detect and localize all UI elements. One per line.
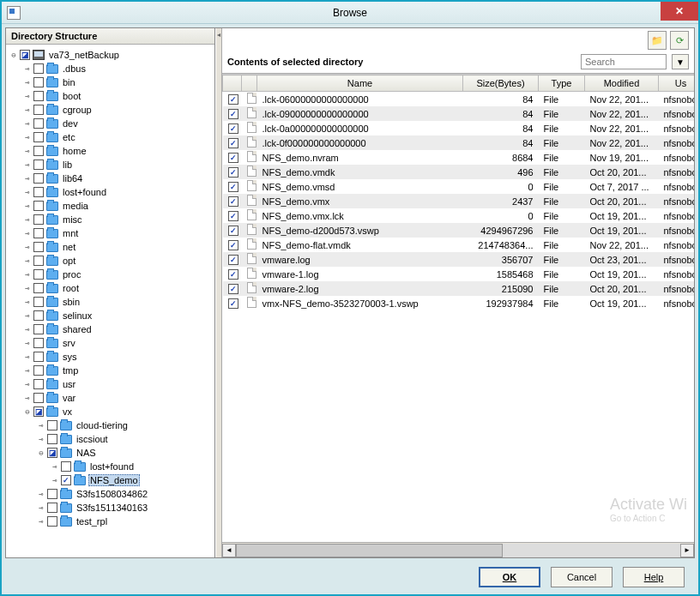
tree-node[interactable]: ⊸sys	[8, 350, 213, 364]
tree-node[interactable]: ⊸S3fs1511340163	[8, 501, 213, 515]
tree-checkbox[interactable]	[33, 297, 44, 307]
tree-node[interactable]: ⊸dev	[8, 117, 213, 130]
tree-toggle[interactable]: ⊸	[23, 339, 32, 347]
col-checkbox[interactable]	[223, 75, 242, 92]
tree-toggle[interactable]: ⊸	[23, 243, 32, 251]
tree-node[interactable]: ⊸sbin	[8, 295, 213, 309]
file-row[interactable]: ✓ vmware-2.log 215090 File Oct 20, 201..…	[223, 281, 695, 296]
col-name[interactable]: Name	[257, 75, 463, 92]
file-row[interactable]: ✓ NFS_demo.vmx 2437 File Oct 20, 201... …	[223, 194, 695, 208]
tree-toggle[interactable]: ⊸	[23, 105, 32, 114]
tree-checkbox[interactable]	[33, 214, 44, 225]
tree-node[interactable]: ⊸lib	[8, 158, 213, 172]
tree-node[interactable]: ⊸srv	[8, 336, 213, 350]
tree-node[interactable]: ⊸tmp	[8, 364, 213, 377]
file-row[interactable]: ✓ .lck-09000000000000000 84 File Nov 22,…	[223, 106, 695, 121]
tree-toggle[interactable]: ⊸	[51, 462, 59, 471]
tree-toggle[interactable]: ⊸	[23, 380, 32, 388]
tree-toggle[interactable]: ⊸	[23, 78, 32, 87]
file-checkbox[interactable]: ✓	[228, 226, 238, 236]
tree-toggle[interactable]: ⊸	[23, 298, 32, 306]
scroll-left-button[interactable]: ◄	[222, 544, 236, 557]
file-checkbox[interactable]: ✓	[228, 182, 238, 192]
col-user[interactable]: Us	[659, 75, 695, 92]
file-row[interactable]: ✓ NFS_demo.vmsd 0 File Oct 7, 2017 ... n…	[223, 179, 695, 194]
col-type[interactable]: Type	[539, 75, 585, 92]
tree-node[interactable]: ⊸lost+found	[8, 185, 213, 199]
tree-checkbox[interactable]	[47, 489, 57, 499]
up-folder-button[interactable]: 📁	[648, 31, 667, 50]
tree-toggle[interactable]: ⊸	[23, 256, 32, 265]
directory-tree[interactable]: ⊖◪va73_netBackup ⊸.dbus ⊸bin ⊸boot ⊸cgro…	[6, 45, 214, 557]
cancel-button[interactable]: Cancel	[551, 567, 612, 587]
tree-toggle[interactable]: ⊸	[23, 174, 32, 183]
tree-checkbox[interactable]: ◪	[20, 50, 30, 60]
ok-button[interactable]: OK	[479, 567, 540, 587]
titlebar[interactable]: Browse ✕	[2, 2, 698, 24]
tree-node[interactable]: ⊸selinux	[8, 309, 213, 322]
tree-node[interactable]: ⊖◪NAS	[8, 446, 213, 460]
file-checkbox[interactable]: ✓	[228, 211, 238, 221]
tree-node[interactable]: ⊸var	[8, 391, 213, 405]
tree-node[interactable]: ⊸mnt	[8, 226, 213, 240]
tree-toggle[interactable]: ⊸	[23, 394, 32, 402]
tree-checkbox[interactable]	[33, 187, 44, 197]
tree-toggle[interactable]: ⊸	[23, 311, 32, 320]
tree-checkbox[interactable]	[33, 310, 44, 321]
tree-node[interactable]: ⊸cgroup	[8, 103, 213, 117]
tree-checkbox[interactable]	[47, 420, 57, 430]
tree-node[interactable]: ⊸etc	[8, 130, 213, 144]
tree-node[interactable]: ⊸✓NFS_demo	[8, 473, 213, 487]
tree-node[interactable]: ⊖◪vx	[8, 405, 213, 418]
tree-checkbox[interactable]	[33, 77, 44, 87]
tree-checkbox[interactable]	[61, 461, 71, 472]
file-row[interactable]: ✓ .lck-0a000000000000000 84 File Nov 22,…	[223, 121, 695, 135]
tree-toggle[interactable]: ⊸	[37, 503, 45, 512]
file-row[interactable]: ✓ NFS_demo.nvram 8684 File Nov 19, 201..…	[223, 150, 695, 165]
tree-checkbox[interactable]	[47, 516, 57, 527]
file-checkbox[interactable]: ✓	[228, 240, 238, 250]
tree-toggle[interactable]: ⊸	[37, 517, 45, 526]
file-row[interactable]: ✓ vmware-1.log 1585468 File Oct 19, 201.…	[223, 267, 695, 281]
file-row[interactable]: ✓ .lck-06000000000000000 84 File Nov 22,…	[223, 92, 695, 107]
file-checkbox[interactable]: ✓	[228, 138, 238, 148]
file-row[interactable]: ✓ vmx-NFS_demo-3523270003-1.vswp 1929379…	[223, 296, 695, 310]
tree-node[interactable]: ⊖◪va73_netBackup	[8, 48, 213, 62]
tree-checkbox[interactable]	[47, 503, 57, 513]
tree-toggle[interactable]: ⊸	[37, 421, 45, 430]
file-row[interactable]: ✓ NFS_demo.vmx.lck 0 File Oct 19, 201...…	[223, 208, 695, 223]
file-checkbox[interactable]: ✓	[228, 123, 238, 134]
tree-toggle[interactable]: ⊸	[23, 119, 32, 128]
split-handle[interactable]	[215, 28, 222, 557]
tree-node[interactable]: ⊸bin	[8, 75, 213, 89]
file-checkbox[interactable]: ✓	[228, 167, 238, 178]
file-row[interactable]: ✓ vmware.log 356707 File Oct 23, 201... …	[223, 252, 695, 267]
col-size[interactable]: Size(Bytes)	[463, 75, 539, 92]
tree-node[interactable]: ⊸boot	[8, 89, 213, 103]
tree-checkbox[interactable]	[33, 283, 44, 293]
scroll-thumb[interactable]	[236, 544, 503, 557]
tree-node[interactable]: ⊸lib64	[8, 172, 213, 185]
file-table-wrap[interactable]: Name Size(Bytes) Type Modified Us ✓ .lck…	[222, 74, 694, 542]
tree-toggle[interactable]: ⊸	[23, 284, 32, 292]
tree-toggle[interactable]: ⊸	[23, 366, 32, 375]
tree-node[interactable]: ⊸test_rpl	[8, 515, 213, 528]
tree-checkbox[interactable]	[33, 118, 44, 129]
col-icon-header[interactable]	[242, 75, 257, 92]
tree-node[interactable]: ⊸misc	[8, 213, 213, 226]
tree-checkbox[interactable]	[33, 91, 44, 101]
tree-toggle[interactable]: ⊸	[23, 352, 32, 361]
tree-checkbox[interactable]	[33, 338, 44, 348]
close-button[interactable]: ✕	[661, 2, 698, 21]
tree-checkbox[interactable]	[33, 242, 44, 252]
file-checkbox[interactable]: ✓	[228, 153, 238, 163]
tree-toggle[interactable]: ⊸	[23, 188, 32, 196]
tree-toggle[interactable]: ⊸	[23, 133, 32, 141]
file-checkbox[interactable]: ✓	[228, 298, 238, 309]
tree-checkbox[interactable]	[33, 228, 44, 238]
file-checkbox[interactable]: ✓	[228, 196, 238, 207]
tree-node[interactable]: ⊸proc	[8, 268, 213, 281]
tree-checkbox[interactable]	[33, 324, 44, 334]
scroll-track[interactable]	[236, 544, 680, 557]
tree-checkbox[interactable]	[33, 132, 44, 142]
